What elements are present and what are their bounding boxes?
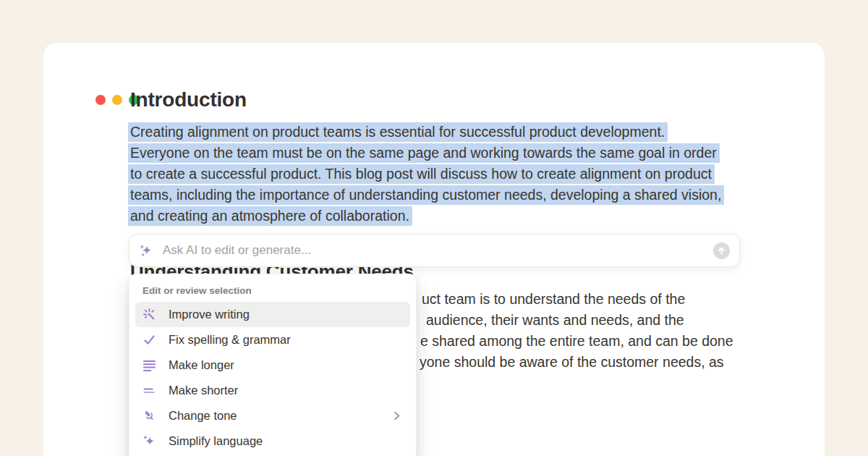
ai-sparkle-icon <box>140 244 153 258</box>
menu-item-label: Make longer <box>169 358 234 372</box>
screenshot-stage: Introduction Creating alignment on produ… <box>0 0 868 456</box>
menu-item-fix-spelling-grammar[interactable]: Fix spelling & grammar <box>135 327 410 352</box>
obscured-paragraph-line: e shared among the entire team, and can … <box>420 331 733 352</box>
text-selection-highlight: Everyone on the team must be on the same… <box>128 143 720 163</box>
menu-item-make-longer[interactable]: Make longer <box>135 352 410 378</box>
chevron-right-icon <box>391 410 403 422</box>
selected-text-line: to create a successful product. This blo… <box>128 164 757 185</box>
submit-prompt-button[interactable] <box>713 242 730 259</box>
microphone-icon <box>142 409 156 423</box>
text-selection-highlight: teams, including the importance of under… <box>128 185 724 205</box>
selected-text-line: Creating alignment on product teams is e… <box>128 122 757 143</box>
menu-item-label: Make shorter <box>169 384 238 397</box>
selected-text-line: teams, including the importance of under… <box>128 185 757 206</box>
menu-item-simplify-language[interactable]: Simplify language <box>135 428 410 454</box>
selected-paragraph: Creating alignment on product teams is e… <box>128 122 757 227</box>
make-shorter-lines-icon <box>142 384 156 397</box>
text-selection-highlight: and creating an atmosphere of collaborat… <box>128 206 412 226</box>
menu-item-improve-writing[interactable]: Improve writing <box>135 302 410 327</box>
menu-section-label: Edit or review selection <box>142 283 403 299</box>
menu-item-make-shorter[interactable]: Make shorter <box>135 378 410 403</box>
page-title: Introduction <box>130 88 247 111</box>
close-window-button[interactable] <box>95 95 106 105</box>
ask-ai-input-bar[interactable] <box>129 234 740 267</box>
make-longer-lines-icon <box>142 358 156 372</box>
improve-writing-wand-icon <box>142 308 156 321</box>
arrow-up-icon <box>716 245 727 256</box>
minimize-window-button[interactable] <box>112 95 122 105</box>
obscured-paragraph-line: uct team is to understand the needs of t… <box>422 289 685 310</box>
selected-text-line: and creating an atmosphere of collaborat… <box>128 206 757 227</box>
menu-item-label: Simplify language <box>169 434 263 448</box>
menu-item-change-tone[interactable]: Change tone <box>135 403 410 428</box>
ask-ai-input[interactable] <box>161 242 713 258</box>
sparkle-icon <box>142 434 156 448</box>
text-selection-highlight: to create a successful product. This blo… <box>128 164 715 184</box>
menu-item-label: Fix spelling & grammar <box>169 333 291 347</box>
obscured-paragraph-line: yone should be aware of the customer nee… <box>420 352 724 373</box>
menu-item-label: Improve writing <box>169 308 250 321</box>
selected-text-line: Everyone on the team must be on the same… <box>128 143 757 164</box>
obscured-paragraph-line: audience, their wants and needs, and the <box>426 310 684 331</box>
checkmark-icon <box>142 333 156 347</box>
menu-item-label: Change tone <box>169 409 237 423</box>
text-selection-highlight: Creating alignment on product teams is e… <box>128 122 668 142</box>
ai-edit-menu: Edit or review selection Improve writing <box>129 274 417 456</box>
